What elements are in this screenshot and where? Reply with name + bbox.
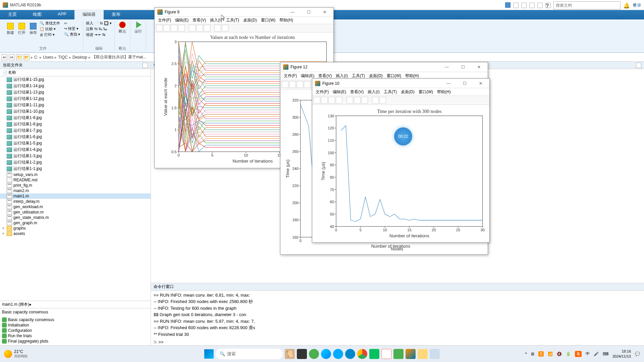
timer-badge[interactable]: 00:22 [394, 127, 412, 145]
file-row[interactable]: 运行结果1-3.jpg [0, 153, 151, 159]
link-icon[interactable] [196, 25, 203, 32]
save-fig-icon[interactable] [171, 25, 177, 32]
tray-icon-1[interactable]: ⊞ [531, 352, 534, 356]
menu-item[interactable]: 桌面(D) [241, 17, 259, 24]
menu-item[interactable]: 窗口(W) [259, 17, 277, 24]
menu-item[interactable]: 桌面(D) [399, 88, 417, 96]
file-row[interactable]: 运行结果1-7.jpg [0, 127, 151, 134]
outline-item[interactable]: Basic capacity consensus [0, 317, 151, 322]
tab-apps[interactable]: APP [50, 10, 74, 19]
file-row[interactable]: 运行结果1-9.jpg [0, 115, 151, 121]
file-row[interactable]: 运行结果1-8.jpg [0, 121, 151, 127]
tray-sogou-icon[interactable]: S [538, 351, 544, 357]
ime-lang[interactable]: 中 [586, 351, 590, 357]
nav-back-button[interactable]: ⇦ [64, 21, 80, 25]
file-row[interactable]: 运行结果1-15.jpg [0, 76, 151, 83]
print-button[interactable]: 🖨 打印 ▾ [40, 32, 60, 37]
app-icon-edge1[interactable] [309, 349, 319, 359]
figure-12-close-button[interactable]: ✕ [473, 64, 485, 70]
app-icon-wechat[interactable] [369, 349, 379, 359]
ime-indicator[interactable]: S [575, 351, 582, 357]
indent-button[interactable]: 缩进 ⇥ ⇤ ⇆ [86, 32, 105, 37]
crumb-user[interactable]: TIQC [58, 55, 68, 60]
weather-widget[interactable]: 21°C 局部晴朗 [4, 349, 28, 359]
pointer-icon[interactable] [214, 25, 221, 32]
app-icon-notepad[interactable] [430, 349, 440, 359]
link-icon[interactable] [354, 97, 361, 104]
app-icon-matlab[interactable] [406, 349, 416, 359]
file-row[interactable]: +graphs [0, 226, 151, 231]
app-icon-ie[interactable] [345, 349, 355, 359]
figure-10-window[interactable]: Figure 10 — ☐ ✕ 文件(F)编辑(E)查看(V)插入(I)工具(T… [312, 78, 490, 243]
comment-button[interactable]: 注释 % ‰ ‱ [86, 26, 107, 32]
file-row[interactable]: main1.m [0, 193, 151, 199]
file-row[interactable]: 运行结果1-4.jpg [0, 146, 151, 153]
tray-volume-icon[interactable]: 🔇 [557, 352, 562, 356]
app-icon-edge3[interactable] [333, 349, 343, 359]
ime-icon-2[interactable]: 🎤 [594, 352, 599, 356]
tray-expand-icon[interactable]: ^ [525, 352, 527, 356]
save-icon[interactable] [505, 2, 511, 8]
fx-icon[interactable]: fx [154, 340, 157, 345]
outline-item[interactable]: Final (aggregate) plots [0, 339, 151, 344]
start-button[interactable] [204, 349, 214, 359]
crumb-desktop[interactable]: Desktop [72, 55, 87, 60]
save-fig-icon[interactable] [328, 97, 335, 104]
file-row[interactable]: print_fig.m [0, 183, 151, 188]
folder-up-icon[interactable]: 📁 [16, 54, 22, 60]
workspace-menu-icon[interactable] [636, 63, 641, 68]
file-row[interactable]: setup_vars.m [0, 172, 151, 177]
outline-item[interactable]: Configuration [0, 328, 151, 333]
tab-home[interactable]: 主页 [0, 10, 25, 19]
login-button[interactable]: 登录 [633, 2, 641, 8]
panel-menu-icon[interactable] [143, 63, 148, 68]
file-list[interactable]: 运行结果1-15.jpg运行结果1-14.jpg运行结果1-13.jpg运行结果… [0, 76, 151, 301]
new-fig-icon[interactable] [156, 25, 163, 32]
app-icon-chrome[interactable] [357, 349, 367, 359]
clock[interactable]: 18:16 2024/11/13 [612, 349, 631, 359]
new-button[interactable]: 新建 [5, 22, 15, 36]
figure-9-close-button[interactable]: ✕ [319, 9, 331, 15]
print-fig-icon[interactable] [304, 81, 311, 88]
menu-item[interactable]: 插入(I) [366, 88, 381, 96]
crumb-drive[interactable]: C: [34, 55, 38, 60]
nav-back-icon[interactable]: ⇦ [1, 54, 7, 60]
name-column-header[interactable]: 名称 [8, 70, 16, 75]
datacursor-icon[interactable] [346, 97, 353, 104]
app-icon-edge2[interactable] [321, 349, 331, 359]
menu-item[interactable]: 工具(T) [224, 17, 241, 24]
file-row[interactable]: 运行结果1-2.jpg [0, 159, 151, 166]
figure-10-max-button[interactable]: ☐ [459, 80, 471, 87]
menu-item[interactable]: 查看(V) [348, 88, 366, 96]
file-row[interactable]: main2.m [0, 188, 151, 193]
menu-item[interactable]: 插入(I) [208, 17, 224, 24]
new-fig-icon[interactable] [314, 97, 320, 104]
figure-12-min-button[interactable]: — [441, 64, 453, 70]
file-row[interactable]: 运行结果1-13.jpg [0, 89, 151, 96]
print-fig-icon[interactable] [178, 25, 185, 32]
print-fig-icon[interactable] [336, 97, 342, 104]
run-button[interactable]: 运行 [133, 21, 143, 35]
outline-item[interactable]: Run the trials [0, 333, 151, 339]
undo-icon[interactable] [537, 3, 543, 8]
insert-button[interactable]: 插入 📄 fx 🔲 ▾ [86, 21, 112, 26]
menu-item[interactable]: 帮助(H) [277, 17, 295, 24]
open-fig-icon[interactable] [163, 25, 170, 32]
menu-item[interactable]: 文件(F) [314, 88, 331, 96]
figure-9-max-button[interactable]: ☐ [303, 9, 315, 15]
open-fig-icon[interactable] [321, 97, 328, 104]
tray-battery-icon[interactable]: 🔋 [566, 352, 571, 356]
legend-icon[interactable] [379, 97, 386, 104]
file-row[interactable]: gen_graph.m [0, 220, 151, 226]
tab-editor[interactable]: 编辑器 [74, 10, 104, 19]
app-icon-snip[interactable] [381, 349, 391, 359]
file-row[interactable]: 运行结果1-12.jpg [0, 96, 151, 102]
menu-item[interactable]: 窗口(W) [417, 88, 435, 96]
menu-item[interactable]: 编辑(E) [331, 88, 348, 96]
figure-10-close-button[interactable]: ✕ [475, 80, 487, 87]
colorbar-icon[interactable] [361, 97, 368, 104]
figure-10-min-button[interactable]: — [442, 80, 454, 87]
figure-9-min-button[interactable]: — [286, 9, 299, 15]
app-icon-mail[interactable] [393, 349, 404, 359]
pointer-icon[interactable] [372, 97, 379, 104]
